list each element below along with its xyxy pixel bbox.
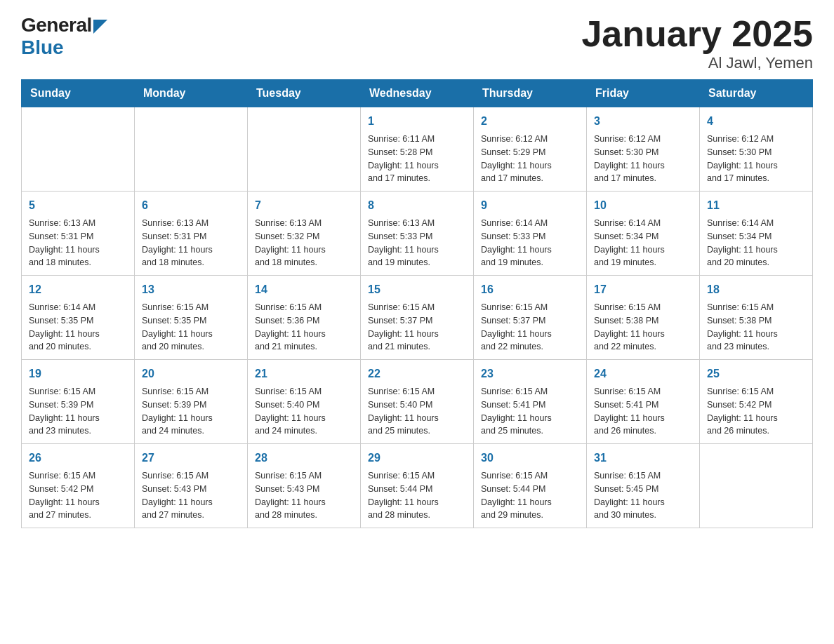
day-number: 27 xyxy=(142,450,240,467)
week-row-2: 5Sunrise: 6:13 AM Sunset: 5:31 PM Daylig… xyxy=(22,192,813,276)
calendar-cell: 21Sunrise: 6:15 AM Sunset: 5:40 PM Dayli… xyxy=(248,360,361,444)
calendar-cell xyxy=(22,107,135,192)
day-info: Sunrise: 6:15 AM Sunset: 5:44 PM Dayligh… xyxy=(368,469,466,522)
calendar-cell: 10Sunrise: 6:14 AM Sunset: 5:34 PM Dayli… xyxy=(587,192,700,276)
day-info: Sunrise: 6:14 AM Sunset: 5:33 PM Dayligh… xyxy=(481,217,579,269)
calendar-cell: 8Sunrise: 6:13 AM Sunset: 5:33 PM Daylig… xyxy=(361,192,474,276)
calendar-cell: 3Sunrise: 6:12 AM Sunset: 5:30 PM Daylig… xyxy=(587,107,700,192)
day-info: Sunrise: 6:15 AM Sunset: 5:39 PM Dayligh… xyxy=(142,385,240,438)
calendar-cell: 13Sunrise: 6:15 AM Sunset: 5:35 PM Dayli… xyxy=(135,276,248,360)
day-number: 1 xyxy=(368,113,466,130)
day-info: Sunrise: 6:14 AM Sunset: 5:35 PM Dayligh… xyxy=(29,301,127,354)
day-number: 18 xyxy=(707,281,805,298)
day-number: 28 xyxy=(255,450,353,467)
calendar-table: SundayMondayTuesdayWednesdayThursdayFrid… xyxy=(21,79,813,528)
day-info: Sunrise: 6:15 AM Sunset: 5:42 PM Dayligh… xyxy=(29,469,127,522)
day-info: Sunrise: 6:15 AM Sunset: 5:41 PM Dayligh… xyxy=(594,385,692,438)
day-info: Sunrise: 6:11 AM Sunset: 5:28 PM Dayligh… xyxy=(368,133,466,185)
logo-arrow-icon xyxy=(93,20,107,34)
calendar-cell: 19Sunrise: 6:15 AM Sunset: 5:39 PM Dayli… xyxy=(22,360,135,444)
calendar-cell: 18Sunrise: 6:15 AM Sunset: 5:38 PM Dayli… xyxy=(700,276,813,360)
day-number: 3 xyxy=(594,113,692,130)
day-number: 25 xyxy=(707,365,805,382)
day-number: 11 xyxy=(707,197,805,214)
day-number: 7 xyxy=(255,197,353,214)
day-info: Sunrise: 6:13 AM Sunset: 5:33 PM Dayligh… xyxy=(368,217,466,269)
day-info: Sunrise: 6:13 AM Sunset: 5:32 PM Dayligh… xyxy=(255,217,353,269)
calendar-cell: 24Sunrise: 6:15 AM Sunset: 5:41 PM Dayli… xyxy=(587,360,700,444)
calendar-cell: 7Sunrise: 6:13 AM Sunset: 5:32 PM Daylig… xyxy=(248,192,361,276)
calendar-cell xyxy=(700,444,813,528)
calendar-cell: 11Sunrise: 6:14 AM Sunset: 5:34 PM Dayli… xyxy=(700,192,813,276)
day-info: Sunrise: 6:13 AM Sunset: 5:31 PM Dayligh… xyxy=(142,217,240,269)
calendar-cell: 4Sunrise: 6:12 AM Sunset: 5:30 PM Daylig… xyxy=(700,107,813,192)
column-header-tuesday: Tuesday xyxy=(248,80,361,107)
day-number: 20 xyxy=(142,365,240,382)
column-header-thursday: Thursday xyxy=(474,80,587,107)
calendar-cell: 14Sunrise: 6:15 AM Sunset: 5:36 PM Dayli… xyxy=(248,276,361,360)
logo: General Blue xyxy=(21,14,107,59)
day-number: 22 xyxy=(368,365,466,382)
calendar-cell: 16Sunrise: 6:15 AM Sunset: 5:37 PM Dayli… xyxy=(474,276,587,360)
day-info: Sunrise: 6:15 AM Sunset: 5:42 PM Dayligh… xyxy=(707,385,805,438)
day-info: Sunrise: 6:15 AM Sunset: 5:44 PM Dayligh… xyxy=(481,469,579,522)
day-info: Sunrise: 6:15 AM Sunset: 5:37 PM Dayligh… xyxy=(368,301,466,354)
day-info: Sunrise: 6:15 AM Sunset: 5:37 PM Dayligh… xyxy=(481,301,579,354)
day-number: 10 xyxy=(594,197,692,214)
calendar-cell: 5Sunrise: 6:13 AM Sunset: 5:31 PM Daylig… xyxy=(22,192,135,276)
day-info: Sunrise: 6:15 AM Sunset: 5:43 PM Dayligh… xyxy=(142,469,240,522)
day-number: 29 xyxy=(368,450,466,467)
calendar-cell: 2Sunrise: 6:12 AM Sunset: 5:29 PM Daylig… xyxy=(474,107,587,192)
page-header: General Blue January 2025 Al Jawl, Yemen xyxy=(21,14,813,72)
calendar-cell xyxy=(135,107,248,192)
day-info: Sunrise: 6:15 AM Sunset: 5:40 PM Dayligh… xyxy=(368,385,466,438)
svg-marker-0 xyxy=(93,20,107,34)
day-info: Sunrise: 6:14 AM Sunset: 5:34 PM Dayligh… xyxy=(594,217,692,269)
day-info: Sunrise: 6:15 AM Sunset: 5:45 PM Dayligh… xyxy=(594,469,692,522)
calendar-cell: 23Sunrise: 6:15 AM Sunset: 5:41 PM Dayli… xyxy=(474,360,587,444)
calendar-cell: 26Sunrise: 6:15 AM Sunset: 5:42 PM Dayli… xyxy=(22,444,135,528)
title-section: January 2025 Al Jawl, Yemen xyxy=(581,14,813,72)
day-info: Sunrise: 6:15 AM Sunset: 5:40 PM Dayligh… xyxy=(255,385,353,438)
calendar-cell xyxy=(248,107,361,192)
calendar-cell: 29Sunrise: 6:15 AM Sunset: 5:44 PM Dayli… xyxy=(361,444,474,528)
column-header-friday: Friday xyxy=(587,80,700,107)
calendar-cell: 25Sunrise: 6:15 AM Sunset: 5:42 PM Dayli… xyxy=(700,360,813,444)
day-info: Sunrise: 6:15 AM Sunset: 5:38 PM Dayligh… xyxy=(594,301,692,354)
day-number: 4 xyxy=(707,113,805,130)
day-info: Sunrise: 6:15 AM Sunset: 5:38 PM Dayligh… xyxy=(707,301,805,354)
day-info: Sunrise: 6:15 AM Sunset: 5:39 PM Dayligh… xyxy=(29,385,127,438)
day-number: 23 xyxy=(481,365,579,382)
logo-general-text: General xyxy=(21,14,92,36)
header-row: SundayMondayTuesdayWednesdayThursdayFrid… xyxy=(22,80,813,107)
logo-blue-text: Blue xyxy=(21,36,64,59)
calendar-cell: 9Sunrise: 6:14 AM Sunset: 5:33 PM Daylig… xyxy=(474,192,587,276)
column-header-saturday: Saturday xyxy=(700,80,813,107)
day-number: 26 xyxy=(29,450,127,467)
calendar-cell: 12Sunrise: 6:14 AM Sunset: 5:35 PM Dayli… xyxy=(22,276,135,360)
day-info: Sunrise: 6:15 AM Sunset: 5:41 PM Dayligh… xyxy=(481,385,579,438)
calendar-cell: 6Sunrise: 6:13 AM Sunset: 5:31 PM Daylig… xyxy=(135,192,248,276)
day-number: 17 xyxy=(594,281,692,298)
week-row-1: 1Sunrise: 6:11 AM Sunset: 5:28 PM Daylig… xyxy=(22,107,813,192)
day-number: 13 xyxy=(142,281,240,298)
calendar-cell: 1Sunrise: 6:11 AM Sunset: 5:28 PM Daylig… xyxy=(361,107,474,192)
week-row-4: 19Sunrise: 6:15 AM Sunset: 5:39 PM Dayli… xyxy=(22,360,813,444)
day-info: Sunrise: 6:15 AM Sunset: 5:35 PM Dayligh… xyxy=(142,301,240,354)
week-row-5: 26Sunrise: 6:15 AM Sunset: 5:42 PM Dayli… xyxy=(22,444,813,528)
calendar-cell: 20Sunrise: 6:15 AM Sunset: 5:39 PM Dayli… xyxy=(135,360,248,444)
day-number: 31 xyxy=(594,450,692,467)
day-number: 16 xyxy=(481,281,579,298)
day-number: 14 xyxy=(255,281,353,298)
day-number: 12 xyxy=(29,281,127,298)
calendar-cell: 27Sunrise: 6:15 AM Sunset: 5:43 PM Dayli… xyxy=(135,444,248,528)
day-number: 9 xyxy=(481,197,579,214)
day-number: 5 xyxy=(29,197,127,214)
day-number: 2 xyxy=(481,113,579,130)
calendar-cell: 30Sunrise: 6:15 AM Sunset: 5:44 PM Dayli… xyxy=(474,444,587,528)
column-header-sunday: Sunday xyxy=(22,80,135,107)
calendar-cell: 22Sunrise: 6:15 AM Sunset: 5:40 PM Dayli… xyxy=(361,360,474,444)
day-number: 24 xyxy=(594,365,692,382)
calendar-cell: 15Sunrise: 6:15 AM Sunset: 5:37 PM Dayli… xyxy=(361,276,474,360)
calendar-cell: 31Sunrise: 6:15 AM Sunset: 5:45 PM Dayli… xyxy=(587,444,700,528)
